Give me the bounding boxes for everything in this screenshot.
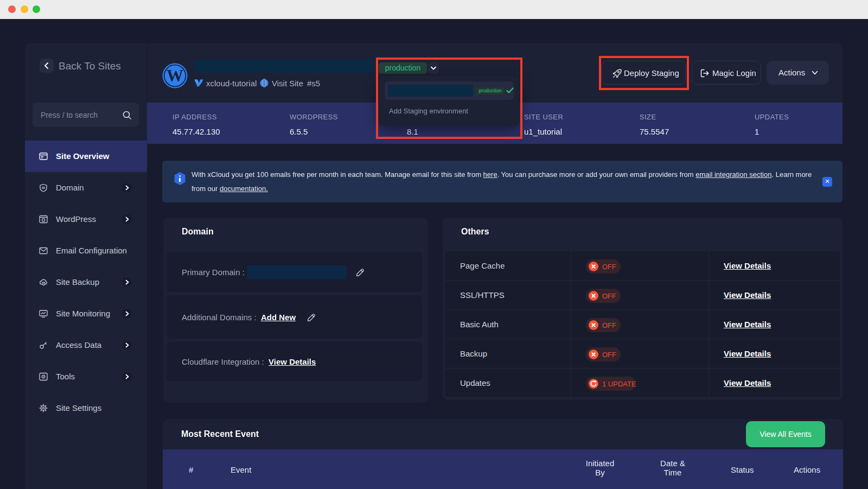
svg-text:W: W <box>167 66 183 85</box>
